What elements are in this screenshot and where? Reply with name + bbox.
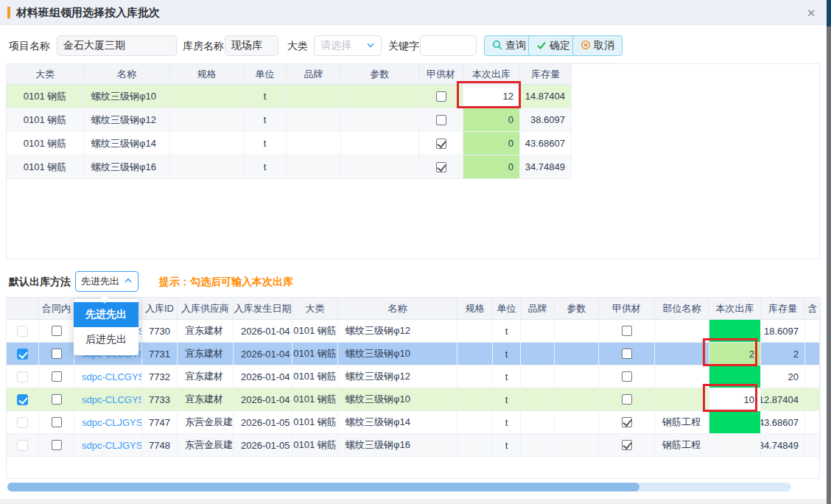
in-contract-checkbox[interactable] — [52, 371, 62, 382]
in-contract-checkbox[interactable] — [52, 417, 62, 427]
owner-supplied-checkbox[interactable] — [622, 349, 632, 359]
close-button[interactable]: ✕ — [803, 5, 819, 21]
out-qty-cell[interactable]: 0 — [463, 132, 520, 155]
cell-unit: t — [244, 108, 287, 132]
table-row[interactable]: 0101 钢筋 螺纹三级钢φ16 t 0 34.74849 — [7, 155, 572, 179]
dialog-title: 材料班组领用选择按入库批次 — [16, 0, 160, 25]
contract-link[interactable]: sdpc-CLJGYSD2 — [74, 434, 142, 457]
keyword-input[interactable] — [420, 35, 477, 56]
cell-stock: 18.6097 — [761, 320, 805, 343]
warehouse-name-label: 库房名称 — [183, 35, 224, 56]
cell-name: 螺纹三级钢φ10 — [338, 388, 457, 411]
cancel-button[interactable]: 取消 — [572, 35, 623, 56]
cell-brand — [287, 155, 341, 179]
cell-name: 螺纹三级钢φ16 — [338, 434, 457, 457]
out-qty-cell[interactable] — [709, 365, 761, 388]
in-contract-checkbox[interactable] — [52, 440, 62, 450]
out-qty-cell[interactable] — [709, 411, 761, 434]
cell-name: 螺纹三级钢φ12 — [338, 320, 457, 343]
row-select-checkbox[interactable] — [17, 326, 28, 337]
cell-inbound-id: 7748 — [142, 434, 178, 457]
row-select-checkbox[interactable] — [17, 417, 28, 428]
table-row[interactable]: 0101 钢筋 螺纹三级钢φ12 t 0 38.6097 — [7, 108, 572, 132]
table-row[interactable]: sdpc-CLCGYSD2 7733 宜东建材 2026-01-04 1 010… — [7, 388, 819, 411]
dropdown-option-lifo[interactable]: 后进先出 — [74, 327, 138, 352]
cell-tax — [805, 320, 821, 343]
contract-link[interactable]: sdpc-CLCGYSD2 — [74, 388, 142, 411]
owner-supplied-checkbox[interactable] — [622, 371, 632, 382]
cell-unit: t — [493, 434, 521, 457]
cell-brand — [287, 85, 341, 108]
table-row[interactable]: 0101 钢筋 螺纹三级钢φ14 t 0 43.68607 — [7, 132, 572, 155]
out-qty-input[interactable]: 10 — [709, 388, 761, 411]
cell-supplier: 宜东建材 — [178, 343, 234, 365]
cell-date: 2026-01-05 1 — [234, 434, 292, 457]
row-select-checkbox[interactable] — [17, 440, 28, 451]
cell-param — [555, 388, 599, 411]
cell-spec — [170, 85, 244, 108]
owner-supplied-checkbox[interactable] — [622, 394, 632, 405]
category-label: 大类 — [287, 35, 308, 56]
contract-link-text[interactable]: sdpc-CLCGYSD2 — [82, 371, 142, 382]
table-row[interactable]: sdpc-CLJGYSD2 7747 东营金辰建筑 2026-01-05 1 0… — [7, 411, 819, 434]
owner-supplied-checkbox[interactable] — [436, 115, 446, 125]
owner-supplied-checkbox[interactable] — [622, 440, 632, 450]
owner-supplied-checkbox[interactable] — [436, 139, 446, 149]
owner-supplied-checkbox[interactable] — [622, 417, 632, 427]
in-contract-checkbox[interactable] — [52, 349, 62, 359]
contract-link[interactable]: sdpc-CLJGYSD2 — [74, 411, 142, 434]
out-qty-input[interactable]: 2 — [709, 343, 761, 365]
in-contract-checkbox[interactable] — [52, 394, 62, 405]
cell-category: 0101 钢筋 — [292, 365, 338, 388]
dropdown-option-fifo[interactable]: 先进先出 — [74, 302, 138, 327]
row-select-checkbox[interactable] — [17, 371, 28, 382]
row-select-cell — [7, 411, 39, 434]
outbound-method-dropdown: 先进先出 后进先出 — [74, 299, 138, 355]
query-button[interactable]: 查询 — [484, 35, 534, 56]
background-app-edge-top — [827, 0, 831, 27]
cell-supplier: 东营金辰建筑 — [178, 434, 234, 457]
cell-category: 0101 钢筋 — [292, 320, 338, 343]
out-qty-cell[interactable] — [709, 434, 761, 457]
contract-link[interactable]: sdpc-CLCGYSD2 — [74, 365, 142, 388]
table-row[interactable]: sdpc-CLCGYSD2 7732 宜东建材 2026-01-04 1 010… — [7, 365, 819, 388]
col-header: 部位名称 — [655, 298, 709, 320]
out-qty-input[interactable]: 12 — [463, 85, 520, 108]
contract-link-text[interactable]: sdpc-CLCGYSD2 — [82, 394, 142, 405]
contract-link-text[interactable]: sdpc-CLJGYSD2 — [82, 440, 142, 451]
out-qty-cell[interactable]: 0 — [463, 108, 520, 132]
col-header: 规格 — [457, 298, 493, 320]
owner-supplied-checkbox[interactable] — [436, 91, 446, 102]
confirm-button[interactable]: 确定 — [528, 35, 578, 56]
cell-date: 2026-01-04 1 — [234, 320, 292, 343]
table-row[interactable]: 0101 钢筋 螺纹三级钢φ10 t 12 14.87404 — [7, 85, 572, 108]
cell-tax — [805, 388, 821, 411]
cell-date: 2026-01-05 1 — [234, 411, 292, 434]
table-row[interactable]: sdpc-CLJGYSD2 7748 东营金辰建筑 2026-01-05 1 0… — [7, 434, 819, 457]
row-select-checkbox[interactable] — [17, 349, 28, 360]
dialog-titlebar: 材料班组领用选择按入库批次 ✕ — [0, 0, 827, 25]
cell-category: 0101 钢筋 — [7, 108, 84, 132]
warehouse-name-input[interactable] — [225, 35, 278, 56]
category-select[interactable]: 请选择 — [314, 35, 382, 56]
out-qty-cell[interactable]: 0 — [463, 155, 520, 179]
in-contract-checkbox[interactable] — [52, 326, 62, 336]
out-qty-cell[interactable] — [709, 320, 761, 343]
cell-inbound-id: 7731 — [142, 343, 178, 365]
outbound-method-select[interactable]: 先进先出 — [75, 271, 138, 292]
row-select-cell — [7, 365, 39, 388]
horizontal-scrollbar-thumb[interactable] — [7, 483, 639, 491]
project-name-input[interactable] — [57, 35, 177, 56]
cell-category: 0101 钢筋 — [7, 155, 84, 179]
owner-supplied-checkbox[interactable] — [436, 162, 446, 172]
cell-category: 0101 钢筋 — [292, 411, 338, 434]
col-header: 品牌 — [287, 64, 341, 85]
owner-supplied-cell — [599, 434, 655, 457]
horizontal-scrollbar-track[interactable] — [7, 483, 791, 491]
cell-stock: 34.74849 — [761, 434, 805, 457]
owner-supplied-checkbox[interactable] — [622, 326, 632, 336]
contract-link-text[interactable]: sdpc-CLJGYSD2 — [82, 417, 142, 428]
cell-stock: 43.68607 — [761, 411, 805, 434]
row-select-checkbox[interactable] — [17, 394, 28, 405]
cell-name: 螺纹三级钢φ14 — [84, 132, 170, 155]
